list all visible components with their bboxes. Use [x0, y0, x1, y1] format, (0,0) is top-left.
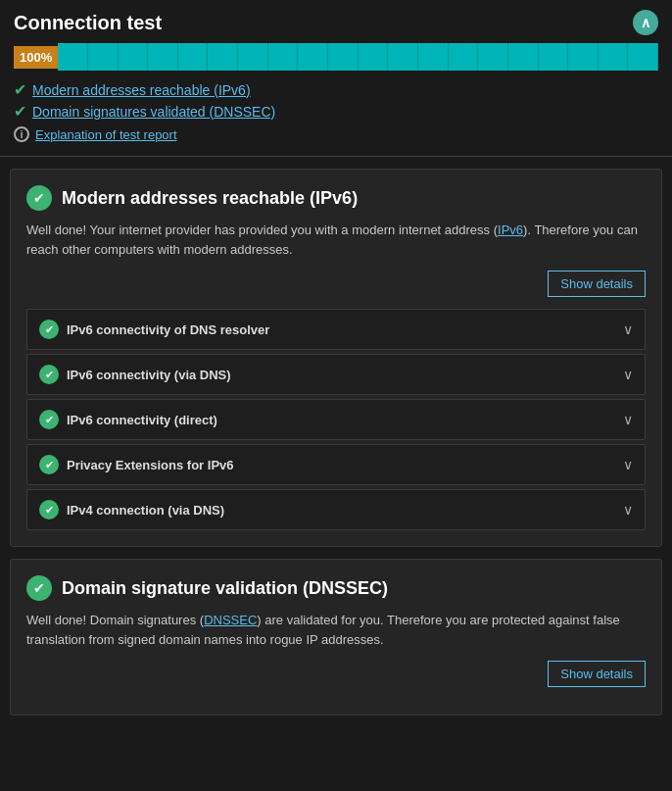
segment — [388, 43, 418, 71]
top-section: Connection test ∧ 100% — [0, 0, 672, 157]
segment — [58, 43, 88, 71]
check-icon: ✔ — [14, 80, 26, 99]
dnssec-check-icon: ✔ — [26, 575, 52, 601]
segment — [298, 43, 328, 71]
segment — [88, 43, 119, 71]
accordion-left: ✔ Privacy Extensions for IPv6 — [39, 455, 234, 474]
ipv6-show-details-row: Show details — [26, 271, 646, 297]
page-title: Connection test — [14, 12, 162, 34]
explanation-row: i Explanation of test report — [14, 126, 658, 142]
accordion-left: ✔ IPv6 connectivity (via DNS) — [39, 365, 231, 384]
accordion-item-ipv4-dns[interactable]: ✔ IPv4 connection (via DNS) ∨ — [26, 489, 646, 530]
chevron-down-icon: ∨ — [623, 457, 633, 472]
ipv6-card-title: Modern addresses reachable (IPv6) — [62, 188, 358, 209]
top-header: Connection test ∧ — [14, 10, 658, 35]
segment — [508, 43, 539, 71]
accordion-label: Privacy Extensions for IPv6 — [67, 458, 234, 472]
chevron-down-icon: ∨ — [623, 367, 633, 382]
ipv6-card: ✔ Modern addresses reachable (IPv6) Well… — [10, 169, 662, 547]
dnssec-card: ✔ Domain signature validation (DNSSEC) W… — [10, 559, 662, 716]
accordion-left: ✔ IPv6 connectivity of DNS resolver — [39, 320, 269, 339]
accordion-check-icon: ✔ — [39, 455, 59, 474]
accordion-label: IPv6 connectivity (via DNS) — [67, 368, 231, 382]
segment — [359, 43, 389, 71]
segment — [178, 43, 209, 71]
accordion-label: IPv4 connection (via DNS) — [67, 503, 224, 518]
progress-bar-segments — [58, 43, 658, 71]
explanation-link[interactable]: Explanation of test report — [35, 127, 177, 142]
accordion-check-icon: ✔ — [39, 365, 59, 384]
segment — [539, 43, 569, 71]
dnssec-show-details-row: Show details — [26, 661, 646, 687]
info-icon: i — [14, 126, 29, 142]
ipv6-card-header: ✔ Modern addresses reachable (IPv6) — [26, 185, 646, 211]
segment — [238, 43, 268, 71]
dnssec-card-title: Domain signature validation (DNSSEC) — [62, 578, 388, 599]
chevron-down-icon: ∨ — [623, 321, 633, 337]
ipv6-show-details-button[interactable]: Show details — [548, 271, 646, 297]
progress-bar-track — [58, 43, 658, 71]
accordion-item-dns-resolver[interactable]: ✔ IPv6 connectivity of DNS resolver ∨ — [26, 309, 646, 350]
segment — [208, 43, 238, 71]
segment — [568, 43, 599, 71]
ipv6-card-description: Well done! Your internet provider has pr… — [26, 221, 646, 259]
chevron-down-icon: ∨ — [623, 502, 633, 518]
accordion-label: IPv6 connectivity (direct) — [67, 413, 217, 427]
dnssec-desc-text-1: Well done! Domain signatures ( — [26, 613, 204, 627]
progress-bar-fill — [58, 43, 658, 71]
ipv6-inline-link[interactable]: IPv6 — [498, 222, 523, 237]
ipv6-link[interactable]: Modern addresses reachable (IPv6) — [32, 82, 251, 98]
accordion-item-ipv6-direct[interactable]: ✔ IPv6 connectivity (direct) ∨ — [26, 399, 646, 440]
ipv6-check-icon: ✔ — [26, 185, 52, 211]
progress-bar-container: 100% — [14, 43, 658, 71]
accordion-check-icon: ✔ — [39, 410, 59, 429]
check-icon: ✔ — [14, 102, 26, 121]
dnssec-inline-link[interactable]: DNSSEC — [204, 613, 257, 627]
desc-text-1: Well done! Your internet provider has pr… — [26, 222, 498, 237]
segment — [268, 43, 299, 71]
list-item: ✔ Domain signatures validated (DNSSEC) — [14, 102, 658, 121]
accordion-label: IPv6 connectivity of DNS resolver — [67, 322, 269, 337]
list-item: ✔ Modern addresses reachable (IPv6) — [14, 80, 658, 99]
dnssec-link[interactable]: Domain signatures validated (DNSSEC) — [32, 104, 275, 120]
dnssec-card-description: Well done! Domain signatures (DNSSEC) ar… — [26, 611, 646, 649]
dnssec-card-header: ✔ Domain signature validation (DNSSEC) — [26, 575, 646, 601]
top-check-list: ✔ Modern addresses reachable (IPv6) ✔ Do… — [14, 80, 658, 121]
accordion-left: ✔ IPv6 connectivity (direct) — [39, 410, 217, 429]
segment — [449, 43, 479, 71]
segment — [148, 43, 178, 71]
accordion-item-privacy-extensions[interactable]: ✔ Privacy Extensions for IPv6 ∨ — [26, 444, 646, 485]
progress-label: 100% — [14, 46, 58, 69]
logo-icon: ∧ — [633, 10, 658, 35]
accordion-left: ✔ IPv4 connection (via DNS) — [39, 500, 224, 519]
segment — [599, 43, 629, 71]
segment — [628, 43, 658, 71]
accordion-check-icon: ✔ — [39, 320, 59, 339]
chevron-down-icon: ∨ — [623, 412, 633, 427]
segment — [418, 43, 449, 71]
segment — [478, 43, 508, 71]
accordion-check-icon: ✔ — [39, 500, 59, 519]
ipv6-accordion-list: ✔ IPv6 connectivity of DNS resolver ∨ ✔ … — [26, 309, 646, 530]
segment — [119, 43, 149, 71]
dnssec-show-details-button[interactable]: Show details — [548, 661, 646, 687]
segment — [328, 43, 359, 71]
accordion-item-ipv6-dns[interactable]: ✔ IPv6 connectivity (via DNS) ∨ — [26, 354, 646, 395]
